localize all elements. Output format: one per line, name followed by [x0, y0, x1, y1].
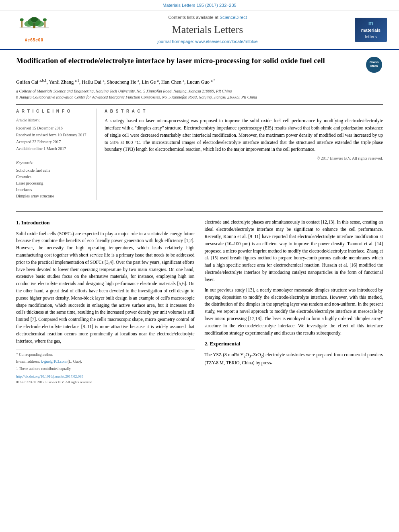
- sciencedirect-line: Contents lists available at ScienceDirec…: [64, 14, 351, 21]
- section1-title-text: 1. Introduction: [16, 220, 50, 226]
- article-content: Modification of electrode/electrolyte in…: [0, 50, 399, 208]
- crossmark-svg: Cross Mark: [367, 58, 381, 72]
- svg-text:Mark: Mark: [370, 64, 378, 68]
- body-left-column: 1. Introduction Solid oxide fuel cells (…: [16, 219, 195, 385]
- svg-rect-6: [21, 20, 23, 27]
- footnote-email: E-mail address: k-guo@163.com (L. Guo).: [16, 359, 195, 365]
- abstract-column: A B S T R A C T A strategy based on lase…: [105, 109, 383, 200]
- section1-title: 1. Introduction: [16, 219, 195, 227]
- abstract-text: A strategy based on laser micro-processi…: [105, 117, 383, 153]
- crossmark-icon: Cross Mark: [366, 57, 382, 73]
- crossmark-badge: Cross Mark: [365, 56, 383, 74]
- email-link[interactable]: k-guo@163.com: [41, 359, 67, 364]
- homepage-link[interactable]: journal homepage: www.elsevier.com/locat…: [157, 39, 257, 44]
- authors-line: Guifan Cai a,b,1, Yanli Zhang a,1, Hailu…: [16, 78, 383, 86]
- article-info-heading: A R T I C L E I N F O: [16, 109, 90, 114]
- body-right-column: electrode and electrolyte phases are sim…: [205, 219, 383, 385]
- contents-text: Contents lists available at: [168, 15, 218, 20]
- svg-text:Cross: Cross: [369, 60, 378, 64]
- citation-text: Materials Letters 195 (2017) 232–235: [162, 3, 236, 8]
- section1-paragraph1: Solid oxide fuel cells (SOFCs) are expec…: [16, 230, 195, 345]
- keyword-3: Laser processing: [16, 181, 90, 186]
- issn-line: 0167-577X/© 2017 Elsevier B.V. All right…: [16, 380, 195, 385]
- affiliations: a College of Materials Science and Engin…: [16, 88, 383, 100]
- publisher-logo: #e65c00: [8, 16, 60, 43]
- svg-point-3: [24, 21, 33, 27]
- journal-info-center: Contents lists available at ScienceDirec…: [60, 14, 355, 45]
- available-date: Available online 1 March 2017: [16, 146, 90, 152]
- ml-badge-box: m materials letters: [355, 18, 387, 42]
- revised-date: Received in revised form 10 February 201…: [16, 132, 90, 138]
- ml-badge-title-top: m: [368, 20, 373, 28]
- doi-link[interactable]: http://dx.doi.org/10.1016/j.matlet.2017.…: [16, 374, 195, 380]
- keyword-1: Solid oxide fuel cells: [16, 168, 90, 173]
- section2-title: 2. Experimental: [205, 340, 383, 348]
- page: Materials Letters 195 (2017) 232–235: [0, 0, 399, 532]
- article-title-text: Modification of electrode/electrolyte in…: [16, 56, 325, 66]
- article-title-container: Modification of electrode/electrolyte in…: [16, 56, 383, 74]
- journal-badge: m materials letters: [355, 18, 391, 42]
- keyword-4: Interfaces: [16, 187, 90, 193]
- citation-bar: Materials Letters 195 (2017) 232–235: [0, 0, 399, 10]
- copyright-line: © 2017 Elsevier B.V. All rights reserved…: [105, 156, 383, 161]
- keywords-heading: Keywords:: [16, 160, 90, 166]
- svg-point-7: [20, 18, 24, 21]
- keyword-5: Dimples array structure: [16, 193, 90, 199]
- journal-header: #e65c00 Contents lists available at Scie…: [0, 10, 399, 49]
- svg-rect-8: [44, 20, 45, 27]
- section1-paragraph-right-1: electrode and electrolyte phases are sim…: [205, 219, 383, 283]
- elsevier-tree-icon: [16, 16, 52, 37]
- body-divider: [16, 211, 383, 212]
- svg-point-5: [31, 17, 38, 22]
- ml-badge-title: materials: [361, 27, 380, 33]
- elsevier-logo-container: #e65c00: [16, 16, 52, 43]
- homepage-line: journal homepage: www.elsevier.com/locat…: [64, 39, 351, 45]
- section1-paragraph-right-2: In our previous study [13], a nearly mon…: [205, 287, 383, 337]
- journal-title: Materials Letters: [64, 23, 351, 37]
- section2-paragraph1: The YSZ (8 mol% Y2O3–ZrO2) electrolyte s…: [205, 351, 383, 367]
- keyword-2: Ceramics: [16, 174, 90, 180]
- body-content: 1. Introduction Solid oxide fuel cells (…: [0, 215, 399, 389]
- received-date: Received 15 December 2016: [16, 125, 90, 131]
- info-abstract-section: A R T I C L E I N F O Article history: R…: [16, 104, 383, 200]
- sciencedirect-link[interactable]: ScienceDirect: [220, 15, 247, 20]
- affiliation-b: b Jiangsu Collaborative Innovation Cente…: [16, 94, 383, 100]
- svg-point-9: [43, 18, 47, 21]
- doi-text: http://dx.doi.org/10.1016/j.matlet.2017.…: [16, 374, 83, 378]
- affiliation-a: a College of Materials Science and Engin…: [16, 88, 383, 94]
- article-info-column: A R T I C L E I N F O Article history: R…: [16, 109, 97, 200]
- footnote-corresponding: * Corresponding author.: [16, 352, 195, 358]
- section2-title-text: 2. Experimental: [205, 341, 241, 347]
- history-label: Article history:: [16, 117, 90, 123]
- elsevier-brand-text: #e65c00: [25, 37, 43, 43]
- footnote-equal-contrib: 1 These authors contributed equally.: [16, 366, 195, 372]
- abstract-heading: A B S T R A C T: [105, 109, 383, 114]
- ml-badge-subtitle: letters: [365, 34, 377, 40]
- svg-point-4: [35, 21, 44, 27]
- accepted-date: Accepted 22 February 2017: [16, 139, 90, 145]
- footnotes: * Corresponding author. E-mail address: …: [16, 349, 195, 385]
